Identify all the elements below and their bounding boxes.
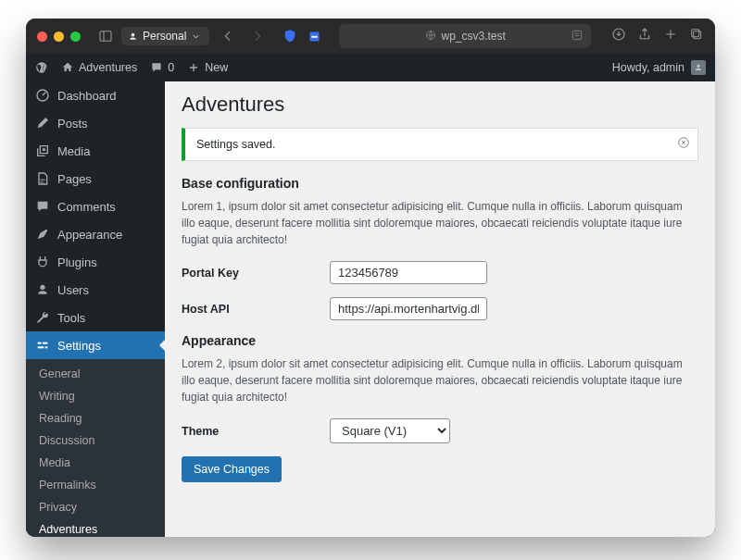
submenu-adventures[interactable]: Adventures — [26, 518, 165, 537]
menu-label: Plugins — [57, 255, 97, 269]
menu-users[interactable]: Users — [26, 276, 165, 304]
forward-button[interactable] — [246, 25, 269, 47]
svg-rect-16 — [38, 346, 44, 348]
menu-label: Users — [57, 283, 89, 297]
svg-rect-3 — [311, 35, 317, 37]
section-appearance-desc: Lorem 2, ipsum dolor sit amet consectetu… — [182, 355, 698, 405]
globe-icon — [425, 30, 436, 44]
menu-label: Comments — [57, 200, 116, 214]
howdy-text: Howdy, admin — [612, 61, 684, 74]
comment-count: 0 — [168, 61, 174, 74]
submenu-permalinks[interactable]: Permalinks — [26, 474, 165, 496]
menu-appearance[interactable]: Appearance — [26, 220, 165, 248]
svg-rect-14 — [38, 342, 42, 344]
submenu-general[interactable]: General — [26, 363, 165, 385]
portal-key-label: Portal Key — [182, 267, 330, 280]
svg-rect-10 — [692, 30, 699, 37]
menu-tools[interactable]: Tools — [26, 304, 165, 331]
profile-label: Personal — [143, 30, 186, 43]
notice-text: Settings saved. — [196, 138, 275, 151]
notice-success: Settings saved. — [182, 128, 698, 161]
menu-media[interactable]: Media — [26, 137, 165, 165]
share-icon[interactable] — [637, 27, 652, 45]
portal-key-input[interactable] — [330, 261, 487, 284]
menu-settings[interactable]: Settings — [26, 331, 165, 359]
profile-selector[interactable]: Personal — [121, 27, 209, 45]
field-host-api: Host API — [182, 297, 698, 320]
menu-label: Media — [57, 144, 90, 158]
new-tab-icon[interactable] — [663, 27, 678, 45]
submenu-privacy[interactable]: Privacy — [26, 496, 165, 518]
reader-icon[interactable] — [571, 29, 584, 44]
theme-label: Theme — [182, 425, 330, 438]
dismiss-icon[interactable] — [677, 136, 690, 152]
page-title: Adventures — [182, 93, 698, 117]
section-base-desc: Lorem 1, ipsum dolor sit amet consectetu… — [182, 198, 698, 248]
field-portal-key: Portal Key — [182, 261, 698, 284]
menu-comments[interactable]: Comments — [26, 193, 165, 220]
submenu-writing[interactable]: Writing — [26, 385, 165, 407]
svg-rect-17 — [45, 346, 48, 348]
main-content: Adventures Settings saved. Base configur… — [165, 54, 715, 537]
menu-label: Appearance — [57, 228, 122, 242]
submenu-media[interactable]: Media — [26, 452, 165, 474]
site-link[interactable]: Adventures — [61, 61, 137, 74]
shield-icon[interactable] — [282, 28, 298, 44]
sidebar-toggle-icon[interactable] — [97, 28, 114, 44]
svg-rect-5 — [572, 31, 581, 39]
admin-sidebar: Dashboard Posts Media Pages Comments App… — [26, 54, 165, 537]
url-text: wp_csv3.test — [442, 30, 506, 43]
back-button[interactable] — [217, 25, 239, 47]
new-label: New — [205, 61, 228, 74]
address-bar[interactable]: wp_csv3.test — [339, 24, 591, 48]
menu-plugins[interactable]: Plugins — [26, 248, 165, 276]
new-link[interactable]: New — [187, 61, 228, 74]
submenu-discussion[interactable]: Discussion — [26, 429, 165, 452]
traffic-lights — [37, 31, 81, 42]
svg-rect-9 — [694, 31, 701, 39]
field-theme: Theme Square (V1) — [182, 418, 698, 443]
comments-link[interactable]: 0 — [150, 61, 174, 74]
svg-point-13 — [43, 148, 45, 151]
close-window-button[interactable] — [37, 31, 47, 42]
site-name: Adventures — [79, 61, 137, 74]
menu-posts[interactable]: Posts — [26, 109, 165, 137]
avatar — [691, 60, 706, 75]
account-menu[interactable]: Howdy, admin — [612, 60, 706, 75]
menu-label: Posts — [57, 117, 88, 131]
section-base-heading: Base configuration — [182, 176, 698, 191]
zoom-window-button[interactable] — [70, 31, 81, 42]
chevron-down-icon — [191, 31, 201, 42]
save-button[interactable]: Save Changes — [182, 456, 282, 482]
tabs-icon[interactable] — [689, 27, 704, 45]
minimize-window-button[interactable] — [54, 31, 64, 42]
menu-label: Tools — [57, 311, 85, 325]
host-api-input[interactable] — [330, 297, 487, 320]
menu-label: Dashboard — [57, 89, 117, 103]
menu-label: Settings — [57, 339, 101, 353]
menu-dashboard[interactable]: Dashboard — [26, 81, 165, 109]
extension-icon[interactable] — [306, 28, 322, 44]
submenu-reading[interactable]: Reading — [26, 407, 165, 429]
browser-chrome: Personal wp_csv3.test — [26, 19, 715, 54]
menu-label: Pages — [57, 172, 92, 186]
host-api-label: Host API — [182, 303, 330, 316]
menu-pages[interactable]: Pages — [26, 165, 165, 193]
section-appearance-heading: Appearance — [182, 333, 698, 348]
wp-logo[interactable] — [35, 61, 48, 74]
svg-rect-0 — [100, 31, 111, 42]
wp-admin-bar: Adventures 0 New Howdy, admin — [26, 54, 715, 81]
theme-select[interactable]: Square (V1) — [330, 418, 450, 443]
downloads-icon[interactable] — [611, 27, 626, 45]
svg-rect-15 — [43, 342, 47, 344]
settings-submenu: General Writing Reading Discussion Media… — [26, 359, 165, 537]
